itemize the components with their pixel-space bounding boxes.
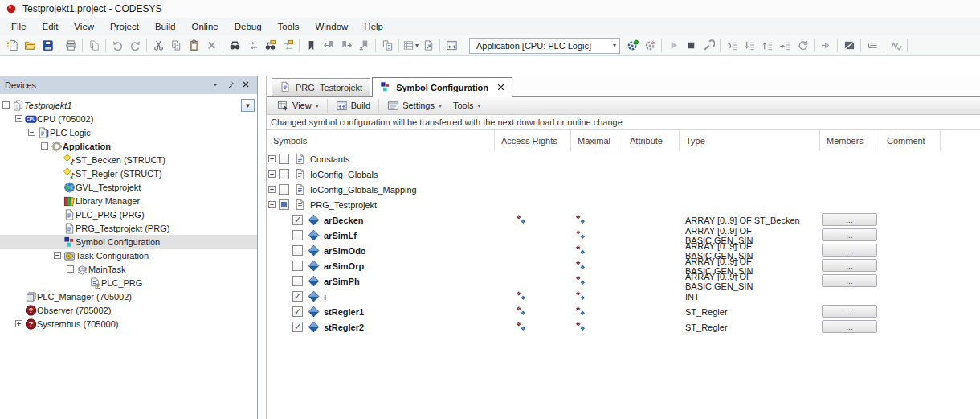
toolbar-button-run-to-cursor[interactable] — [817, 37, 835, 54]
tree-item-prg-testprojekt-prg[interactable]: PRG_Testprojekt (PRG) — [0, 221, 257, 235]
toolbar-button-save-file[interactable] — [39, 37, 56, 54]
symbol-checkbox-unchecked[interactable] — [292, 245, 303, 256]
toolbar-button-find[interactable] — [226, 37, 243, 54]
symbol-checkbox-unchecked[interactable] — [292, 230, 303, 240]
members-button[interactable]: ... — [822, 244, 877, 257]
active-application-selector[interactable]: Application [CPU: PLC Logic]▾ — [469, 38, 620, 54]
members-button[interactable]: ... — [822, 228, 877, 241]
toolbar-button-step-over[interactable] — [723, 37, 741, 54]
toolbar-button-step-into[interactable] — [741, 37, 758, 54]
toolbar-button-copy-all[interactable] — [378, 37, 396, 54]
tree-item-library-manager[interactable]: Library Manager — [0, 194, 257, 207]
row-expander-plus[interactable]: + — [268, 186, 276, 193]
tree-expander-minus[interactable]: − — [28, 129, 35, 136]
tree-item-testprojekt1[interactable]: −Testprojekt1 — [0, 98, 257, 112]
menu-item-tools[interactable]: Tools — [270, 19, 308, 34]
symbol-checkbox-unchecked[interactable] — [292, 261, 303, 271]
tree-expander-minus[interactable]: − — [2, 101, 10, 109]
toolbar-button-export[interactable] — [419, 37, 437, 54]
members-button[interactable]: ... — [822, 213, 877, 226]
menu-item-build[interactable]: Build — [147, 19, 184, 34]
toolbar-button-force-values[interactable] — [887, 37, 904, 54]
toolbar-button-bookmark-next[interactable] — [337, 37, 355, 54]
tree-item-maintask[interactable]: −MainTask — [0, 262, 257, 276]
tree-item-observer-705002[interactable]: ?Observer (705002) — [0, 303, 257, 317]
symbol-row-i[interactable]: iINT — [267, 289, 980, 304]
members-button[interactable]: ... — [822, 320, 877, 333]
row-expander-plus[interactable]: + — [268, 170, 276, 178]
tree-item-plc-logic[interactable]: −PLC Logic — [0, 125, 257, 139]
toolbar-button-cut[interactable] — [149, 37, 167, 54]
panel-menu-button[interactable] — [210, 79, 223, 92]
symbol-checkbox-checked[interactable] — [292, 215, 303, 225]
tree-expander-minus[interactable]: − — [54, 252, 61, 259]
menu-item-online[interactable]: Online — [183, 19, 226, 34]
toolbar-button-step-instruction[interactable] — [776, 37, 794, 54]
tree-item-st-becken-struct[interactable]: ST_Becken (STRUCT) — [0, 153, 257, 166]
symbol-row-arsimlf[interactable]: arSimLfARRAY [0..9] OF BASIC.GEN_SIN... — [267, 228, 980, 243]
editor-toolbar-button-build[interactable]: Build — [330, 97, 376, 114]
toolbar-button-print[interactable] — [62, 37, 80, 54]
members-button[interactable]: ... — [822, 259, 877, 272]
tree-item-gvl-testprojekt[interactable]: GVL_Testprojekt — [0, 180, 257, 194]
column-header-members[interactable]: Members — [819, 130, 880, 151]
toolbar-button-display-mode[interactable] — [840, 37, 858, 54]
column-header-maximal[interactable]: Maximal — [570, 130, 623, 151]
column-header-symbols[interactable]: Symbols — [267, 130, 494, 151]
symbol-checkbox-checked[interactable] — [292, 322, 303, 332]
toolbar-button-bookmark-clear[interactable] — [355, 37, 373, 54]
toolbar-button-delete[interactable] — [202, 37, 220, 54]
symbol-row-arsimodo[interactable]: arSimOdoARRAY [0..9] OF BASIC.GEN_SIN... — [267, 243, 980, 258]
symbol-row-ioconfig-globals[interactable]: +IoConfig_Globals — [267, 166, 980, 182]
toolbar-button-replace[interactable] — [243, 37, 261, 54]
toolbar-button-bookmark-toggle[interactable] — [302, 37, 320, 54]
menu-item-help[interactable]: Help — [356, 19, 391, 34]
toolbar-button-copy-pages[interactable] — [85, 37, 103, 54]
menu-item-view[interactable]: View — [66, 19, 102, 34]
symbol-checkbox-unchecked[interactable] — [279, 154, 289, 164]
toolbar-button-build-dropdown[interactable]: ▾ — [402, 37, 419, 54]
editor-toolbar-button-settings[interactable]: Settings▾ — [382, 97, 447, 114]
toolbar-button-find-objects[interactable] — [261, 37, 279, 54]
toolbar-button-paste[interactable] — [185, 37, 202, 54]
tree-item-st-regler-struct[interactable]: ST_Regler (STRUCT) — [0, 166, 257, 180]
tree-item-symbol-configuration[interactable]: Symbol Configuration — [0, 235, 257, 249]
symbol-row-stregler2[interactable]: stRegler2ST_Regler... — [267, 319, 980, 335]
column-header-attribute[interactable]: Attribute — [623, 130, 679, 151]
tree-expander-minus[interactable]: − — [67, 265, 74, 273]
tree-item-cpu-705002[interactable]: −CPUCPU (705002) — [0, 112, 257, 125]
members-button[interactable]: ... — [822, 274, 877, 287]
symbol-checkbox-unchecked[interactable] — [292, 276, 303, 286]
menu-item-debug[interactable]: Debug — [227, 19, 270, 34]
members-button[interactable]: ... — [822, 305, 877, 318]
close-panel-button[interactable] — [240, 79, 254, 92]
toolbar-button-reset[interactable] — [794, 37, 811, 54]
tree-expander-minus[interactable]: − — [41, 142, 48, 150]
tree-expander-minus[interactable]: − — [15, 115, 22, 122]
toolbar-button-replace-objects[interactable] — [279, 37, 296, 54]
symbol-checkbox-checked[interactable] — [292, 291, 303, 302]
tree-item-plc-manager-705002[interactable]: PLC_Manager (705002) — [0, 290, 257, 303]
toolbar-button-undo[interactable] — [108, 37, 126, 54]
symbol-row-arsimph[interactable]: arSimPhARRAY [0..9] OF BASIC.GEN_SIN... — [267, 273, 980, 289]
symbol-row-ioconfig-globals-mapping[interactable]: +IoConfig_Globals_Mapping — [267, 182, 980, 197]
editor-toolbar-button-tools[interactable]: Tools▾ — [447, 98, 487, 113]
toolbar-button-stop[interactable] — [682, 37, 700, 54]
toolbar-button-start[interactable] — [664, 37, 682, 54]
toolbar-button-breakpoints[interactable] — [700, 37, 717, 54]
toolbar-button-logout[interactable] — [641, 37, 659, 54]
tab-prg-testprojekt[interactable]: PRG_Testprojekt — [272, 78, 370, 96]
menu-item-edit[interactable]: Edit — [35, 19, 67, 34]
symbol-row-arbecken[interactable]: arBeckenARRAY [0..9] OF ST_Becken... — [267, 212, 980, 228]
toolbar-button-copy[interactable] — [167, 37, 185, 54]
editor-toolbar-button-view[interactable]: View▾ — [272, 97, 325, 114]
menu-item-file[interactable]: File — [3, 19, 35, 34]
toolbar-button-step-out[interactable] — [758, 37, 776, 54]
toolbar-button-open-file[interactable] — [21, 37, 39, 54]
toolbar-button-symbol-update[interactable] — [443, 37, 460, 54]
menu-item-project[interactable]: Project — [102, 19, 147, 34]
symbol-checkbox-unchecked[interactable] — [279, 169, 289, 179]
symbol-checkbox-checked[interactable] — [292, 306, 303, 317]
toolbar-button-redo[interactable] — [126, 37, 144, 54]
toolbar-button-bookmark-prev[interactable] — [320, 37, 337, 54]
